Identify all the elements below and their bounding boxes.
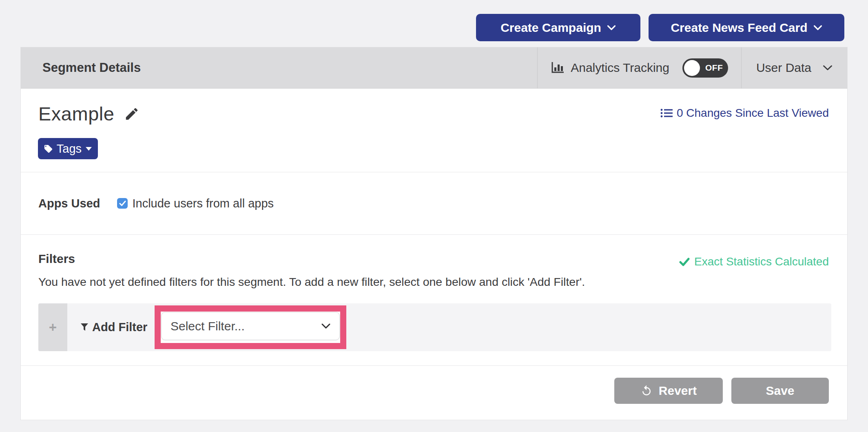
checkbox-checked [117,198,128,209]
card-header: Segment Details Analytics Tracking OFF U… [21,47,847,89]
exact-statistics-label: Exact Statistics Calculated [694,255,829,268]
save-button-label: Save [766,384,794,398]
filter-funnel-icon [80,323,89,332]
add-filter-label-group: Add Filter [80,321,147,334]
toggle-knob [684,60,700,76]
page-title: Segment Details [21,47,537,88]
check-icon [119,200,126,206]
select-filter-dropdown[interactable]: Select Filter... [161,312,340,340]
apps-used-section: Apps Used Include users from all apps [21,172,847,235]
create-campaign-label: Create Campaign [500,21,601,35]
chevron-down-icon [607,25,616,31]
add-filter-plus-button[interactable]: + [38,303,67,351]
checkbox-label: Include users from all apps [132,197,274,210]
add-filter-row: + Add Filter Select Filter... [38,303,831,351]
include-all-apps-checkbox[interactable]: Include users from all apps [117,197,274,210]
analytics-tracking-control: Analytics Tracking OFF [538,47,741,88]
exact-statistics-status: Exact Statistics Calculated [679,255,829,268]
list-icon [660,108,673,118]
bar-chart-icon [551,62,565,74]
create-news-feed-card-label: Create News Feed Card [671,21,807,35]
tags-button-label: Tags [57,142,82,156]
chevron-down-icon [321,323,330,329]
create-news-feed-card-button[interactable]: Create News Feed Card [649,14,844,41]
apps-used-label: Apps Used [38,197,100,210]
check-icon [679,258,690,266]
revert-button[interactable]: Revert [614,378,723,404]
plus-icon: + [49,320,57,335]
filters-description: You have not yet defined filters for thi… [38,275,847,289]
segment-name-section: Example 0 Changes Since Last Viewed Tags [21,89,847,172]
analytics-tracking-toggle[interactable]: OFF [682,58,728,78]
card-footer: Revert Save [21,366,847,420]
save-button[interactable]: Save [731,378,829,404]
chevron-down-icon [813,25,822,31]
toggle-state-label: OFF [705,63,723,73]
select-filter-placeholder: Select Filter... [170,319,245,333]
chevron-down-icon [823,65,833,71]
filters-section: Filters Exact Statistics Calculated You … [21,235,847,366]
segment-details-card: Segment Details Analytics Tracking OFF U… [20,47,848,420]
segment-name: Example [38,102,114,125]
segment-name-row: Example [38,102,140,125]
changes-link-label: 0 Changes Since Last Viewed [677,107,829,120]
analytics-tracking-label: Analytics Tracking [571,61,669,75]
create-campaign-button[interactable]: Create Campaign [476,14,640,41]
user-data-dropdown[interactable]: User Data [742,47,847,88]
caret-down-icon [85,147,92,151]
pencil-edit-icon[interactable] [124,106,140,122]
tags-button[interactable]: Tags [38,138,98,159]
revert-arrow-icon [640,385,653,397]
annotation-highlight-box: Select Filter... [155,305,346,349]
changes-link[interactable]: 0 Changes Since Last Viewed [660,107,829,120]
revert-button-label: Revert [659,384,697,398]
tag-icon [44,144,53,154]
user-data-label: User Data [756,61,811,75]
add-filter-label: Add Filter [92,321,147,334]
